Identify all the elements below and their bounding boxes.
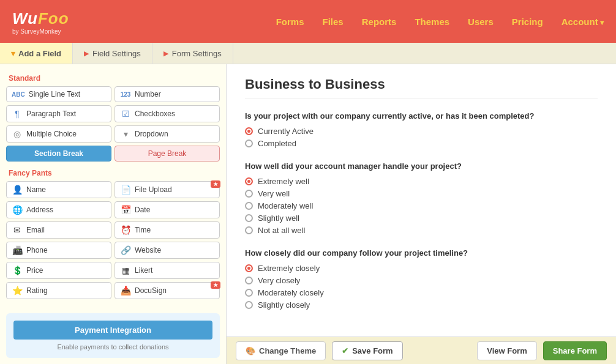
likert-icon: ▦ xyxy=(120,266,131,275)
standard-fields-grid: ABC Single Line Text 123 Number ¶ Paragr… xyxy=(6,86,220,162)
pro-badge-docusign: ★ xyxy=(211,281,220,289)
field-page-break[interactable]: Page Break xyxy=(115,146,220,162)
field-address[interactable]: 🌐 Address xyxy=(6,201,111,218)
nav-themes[interactable]: Themes xyxy=(415,17,449,27)
date-icon: 📅 xyxy=(120,205,131,215)
form-content: Business to Business Is your project wit… xyxy=(227,64,616,336)
price-icon: 💲 xyxy=(12,266,23,275)
name-icon: 👤 xyxy=(12,185,23,195)
standard-label: Standard xyxy=(9,74,220,83)
field-paragraph[interactable]: ¶ Paragraph Text xyxy=(6,105,111,122)
q1-option-1[interactable]: Completed xyxy=(245,139,598,148)
field-date[interactable]: 📅 Date xyxy=(115,201,220,218)
radio-q3-1[interactable] xyxy=(245,277,253,284)
payment-sub-text: Enable payments to collect donations xyxy=(13,343,212,351)
question-3-text: How closely did our company follow your … xyxy=(245,248,598,258)
docusign-icon: 📥 xyxy=(120,286,131,295)
q2-option-1[interactable]: Very well xyxy=(245,189,598,198)
form-title: Business to Business xyxy=(245,76,598,99)
q1-option-0[interactable]: Currently Active xyxy=(245,127,598,136)
field-name[interactable]: 👤 Name xyxy=(6,181,111,198)
single-line-icon: ABC xyxy=(12,91,25,98)
time-icon: ⏰ xyxy=(120,225,131,235)
radio-q2-4[interactable] xyxy=(245,226,253,234)
logo-text: WuFoo xyxy=(12,9,69,28)
field-checkboxes[interactable]: ☑ Checkboxes xyxy=(115,105,220,122)
field-time[interactable]: ⏰ Time xyxy=(115,221,220,239)
tab-form-settings[interactable]: ▶ Form Settings xyxy=(152,43,233,64)
fancy-label: Fancy Pants xyxy=(9,169,220,177)
save-form-button[interactable]: ✔ Save Form xyxy=(332,341,402,360)
checkboxes-icon: ☑ xyxy=(120,109,131,119)
multiple-choice-icon: ◎ xyxy=(12,129,23,139)
field-dropdown[interactable]: ▾ Dropdown xyxy=(115,125,220,143)
save-icon: ✔ xyxy=(342,346,348,355)
question-3: How closely did our company follow your … xyxy=(245,248,598,310)
question-1: Is your project with our company current… xyxy=(245,111,598,148)
header: WuFoo by SurveyMonkey Forms Files Report… xyxy=(0,0,616,43)
q3-option-2[interactable]: Moderately closely xyxy=(245,288,598,297)
field-docusign[interactable]: 📥 DocuSign ★ xyxy=(115,282,220,299)
q2-option-3[interactable]: Slightly well xyxy=(245,214,598,223)
tab-triangle-icon: ▾ xyxy=(11,49,15,58)
share-form-button[interactable]: Share Form xyxy=(543,341,607,360)
radio-q3-3[interactable] xyxy=(245,301,253,309)
radio-q1-1[interactable] xyxy=(245,139,253,147)
question-2: How well did your account manager handle… xyxy=(245,162,598,235)
field-multiple-choice[interactable]: ◎ Multiple Choice xyxy=(6,125,111,143)
view-form-button[interactable]: View Form xyxy=(477,341,537,360)
field-number[interactable]: 123 Number xyxy=(115,86,220,102)
field-rating[interactable]: ⭐ Rating xyxy=(6,282,111,299)
phone-icon: 📠 xyxy=(12,245,23,255)
main-area: Standard ABC Single Line Text 123 Number… xyxy=(0,64,616,364)
field-file-upload[interactable]: 📄 File Upload ★ xyxy=(115,181,220,198)
field-price[interactable]: 💲 Price xyxy=(6,262,111,279)
radio-q2-1[interactable] xyxy=(245,190,253,198)
radio-q2-2[interactable] xyxy=(245,202,253,210)
field-likert[interactable]: ▦ Likert xyxy=(115,262,220,279)
dropdown-icon: ▾ xyxy=(120,129,131,139)
nav-pricing[interactable]: Pricing xyxy=(512,17,543,27)
fancy-fields-grid: 👤 Name 📄 File Upload ★ 🌐 Address 📅 Date … xyxy=(6,181,220,299)
logo-sub: by SurveyMonkey xyxy=(12,28,69,35)
rating-icon: ⭐ xyxy=(12,286,23,295)
pro-badge-file: ★ xyxy=(211,180,220,188)
nav-reports[interactable]: Reports xyxy=(362,17,397,27)
change-theme-button[interactable]: 🎨 Change Theme xyxy=(236,341,326,360)
tab-add-field[interactable]: ▾ Add a Field xyxy=(0,43,73,64)
q3-option-3[interactable]: Slightly closely xyxy=(245,300,598,310)
field-email[interactable]: ✉ Email xyxy=(6,221,111,239)
radio-q2-3[interactable] xyxy=(245,214,253,222)
radio-q3-0[interactable] xyxy=(245,264,253,272)
radio-q1-0[interactable] xyxy=(245,127,253,135)
field-website[interactable]: 🔗 Website xyxy=(115,242,220,259)
q2-option-0[interactable]: Extremely well xyxy=(245,177,598,186)
tab-arrow-icon-1: ▶ xyxy=(84,50,89,58)
q3-option-0[interactable]: Extremely closely xyxy=(245,264,598,273)
nav-users[interactable]: Users xyxy=(468,17,494,27)
radio-q3-2[interactable] xyxy=(245,289,253,297)
field-section-break[interactable]: Section Break xyxy=(6,146,111,162)
form-area: Business to Business Is your project wit… xyxy=(227,64,616,364)
file-upload-icon: 📄 xyxy=(120,185,131,195)
paragraph-icon: ¶ xyxy=(12,109,23,119)
q3-option-1[interactable]: Very closely xyxy=(245,276,598,285)
tab-field-settings[interactable]: ▶ Field Settings xyxy=(73,43,152,64)
field-single-line[interactable]: ABC Single Line Text xyxy=(6,86,111,102)
logo-area: WuFoo by SurveyMonkey xyxy=(12,9,69,35)
nav-forms[interactable]: Forms xyxy=(276,17,304,27)
nav-files[interactable]: Files xyxy=(323,17,344,27)
theme-icon: 🎨 xyxy=(246,346,255,355)
q2-option-4[interactable]: Not at all well xyxy=(245,226,598,235)
tab-bar: ▾ Add a Field ▶ Field Settings ▶ Form Se… xyxy=(0,43,616,64)
question-1-text: Is your project with our company current… xyxy=(245,111,598,121)
number-icon: 123 xyxy=(120,91,131,98)
nav-account[interactable]: Account xyxy=(562,17,604,27)
q2-option-2[interactable]: Moderately well xyxy=(245,201,598,210)
payment-integration-button[interactable]: Payment Integration xyxy=(13,321,212,340)
field-phone[interactable]: 📠 Phone xyxy=(6,242,111,259)
address-icon: 🌐 xyxy=(12,205,23,215)
website-icon: 🔗 xyxy=(120,245,131,255)
radio-q2-0[interactable] xyxy=(245,177,253,185)
payment-section: Payment Integration Enable payments to c… xyxy=(6,313,220,358)
